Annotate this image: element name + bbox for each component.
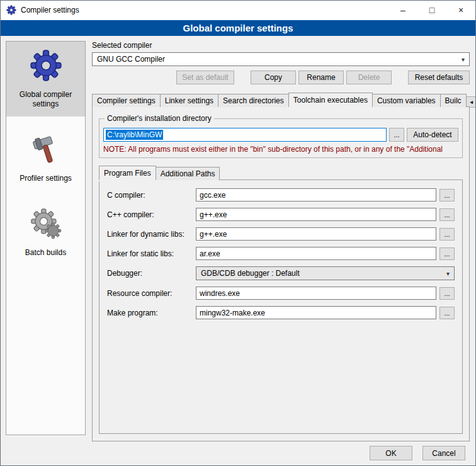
cpp-compiler-label: C++ compiler: (107, 210, 193, 219)
tab-search-directories[interactable]: Search directories (218, 94, 289, 107)
selected-compiler-dropdown[interactable]: GNU GCC Compiler ▾ (92, 52, 470, 66)
close-icon: × (458, 5, 463, 15)
tab-linker-settings[interactable]: Linker settings (160, 94, 218, 107)
linker-dynamic-label: Linker for dynamic libs: (107, 230, 193, 239)
c-compiler-input[interactable] (196, 188, 436, 202)
tab-build-options[interactable]: Builc (440, 94, 467, 107)
cpp-compiler-input[interactable] (196, 208, 436, 221)
make-program-browse-button[interactable]: ... (439, 307, 455, 319)
tab-program-files[interactable]: Program Files (99, 166, 156, 180)
set-as-default-button[interactable]: Set as default (176, 71, 234, 84)
form-row-resource-compiler: Resource compiler: ... (107, 287, 455, 300)
selected-compiler-label: Selected compiler (92, 41, 470, 50)
installation-directory-selected-text: C:\raylib\MinGW (106, 130, 163, 140)
linker-static-input[interactable] (196, 247, 436, 260)
program-files-form: C compiler: ... C++ compiler: ... Linker… (99, 180, 462, 334)
form-row-make-program: Make program: ... (107, 306, 455, 319)
main-panel: Selected compiler GNU GCC Compiler ▾ Set… (92, 41, 470, 441)
chevron-down-icon: ▾ (446, 270, 450, 277)
minimize-button[interactable]: – (388, 1, 417, 20)
sidebar-item-label: Global compiler settings (8, 90, 83, 109)
dialog-header-title: Global compiler settings (183, 23, 293, 33)
compiler-toolbar: Set as default Copy Rename Delete Reset … (92, 71, 470, 84)
compiler-settings-window: Compiler settings – □ × Global compiler … (0, 0, 476, 466)
make-program-label: Make program: (107, 309, 193, 317)
copy-button[interactable]: Copy (251, 71, 296, 84)
settings-sidebar: Global compiler settings Profiler settin… (6, 41, 86, 435)
installation-directory-label: Compiler's installation directory (105, 114, 214, 123)
profiler-tool-icon (30, 133, 62, 168)
rename-button[interactable]: Rename (298, 71, 344, 84)
form-row-linker-static: Linker for static libs: ... (107, 247, 455, 260)
installation-directory-browse-button[interactable]: ... (389, 128, 404, 142)
resource-compiler-browse-button[interactable]: ... (439, 287, 455, 300)
installation-directory-row: C:\raylib\MinGW ... Auto-detect (103, 128, 458, 142)
installation-directory-input[interactable]: C:\raylib\MinGW (103, 128, 387, 142)
tab-compiler-settings[interactable]: Compiler settings (92, 94, 161, 107)
sidebar-item-label: Profiler settings (20, 174, 72, 183)
maximize-button[interactable]: □ (417, 1, 446, 20)
form-row-c-compiler: C compiler: ... (107, 188, 455, 202)
make-program-input[interactable] (196, 306, 436, 319)
form-row-linker-dynamic: Linker for dynamic libs: ... (107, 227, 455, 241)
settings-tabstrip: Compiler settings Linker settings Search… (92, 93, 470, 106)
cpp-compiler-browse-button[interactable]: ... (439, 208, 455, 221)
c-compiler-label: C compiler: (107, 191, 193, 200)
window-controls: – □ × (388, 1, 475, 20)
form-row-debugger: Debugger: GDB/CDB debugger : Default ▾ (107, 266, 455, 280)
program-files-tabstrip: Program Files Additional Paths (99, 166, 464, 179)
selected-compiler-value: GNU GCC Compiler (97, 55, 165, 64)
ok-button[interactable]: OK (370, 446, 412, 460)
reset-defaults-button[interactable]: Reset defaults (408, 71, 470, 84)
sidebar-item-profiler-settings[interactable]: Profiler settings (6, 125, 85, 191)
form-row-cpp-compiler: C++ compiler: ... (107, 208, 455, 221)
gray-gears-icon (30, 207, 62, 242)
debugger-value: GDB/CDB debugger : Default (201, 269, 300, 278)
debugger-label: Debugger: (107, 269, 193, 278)
bin-subdirectory-note: NOTE: All programs must exist either in … (103, 145, 458, 154)
tab-toolchain-executables[interactable]: Toolchain executables (288, 93, 373, 107)
toolchain-executables-panel: Compiler's installation directory C:\ray… (92, 106, 470, 441)
c-compiler-browse-button[interactable]: ... (439, 189, 455, 202)
resource-compiler-input[interactable] (196, 287, 436, 300)
linker-static-browse-button[interactable]: ... (439, 247, 455, 260)
sidebar-item-batch-builds[interactable]: Batch builds (6, 200, 85, 265)
linker-dynamic-browse-button[interactable]: ... (439, 228, 455, 241)
close-button[interactable]: × (446, 1, 475, 20)
linker-static-label: Linker for static libs: (107, 249, 193, 258)
chevron-down-icon: ▾ (462, 56, 465, 63)
resource-compiler-label: Resource compiler: (107, 289, 193, 298)
maximize-icon: □ (429, 5, 434, 15)
sidebar-item-global-compiler-settings[interactable]: Global compiler settings (6, 42, 85, 116)
program-files-panel: C compiler: ... C++ compiler: ... Linker… (99, 179, 463, 434)
titlebar: Compiler settings – □ × (1, 1, 475, 20)
gear-icon (30, 49, 62, 84)
minimize-icon: – (400, 5, 405, 15)
delete-button[interactable]: Delete (346, 71, 392, 84)
tab-additional-paths[interactable]: Additional Paths (156, 167, 220, 180)
tab-custom-variables[interactable]: Custom variables (372, 94, 441, 107)
auto-detect-button[interactable]: Auto-detect (407, 128, 458, 142)
dialog-header: Global compiler settings (1, 20, 475, 36)
installation-directory-groupbox: Compiler's installation directory C:\ray… (99, 118, 463, 158)
window-title: Compiler settings (21, 6, 79, 14)
sidebar-item-label: Batch builds (25, 248, 66, 258)
cancel-button[interactable]: Cancel (422, 446, 465, 460)
linker-dynamic-input[interactable] (196, 227, 436, 241)
debugger-dropdown[interactable]: GDB/CDB debugger : Default ▾ (196, 266, 455, 280)
app-gear-icon (6, 5, 16, 15)
